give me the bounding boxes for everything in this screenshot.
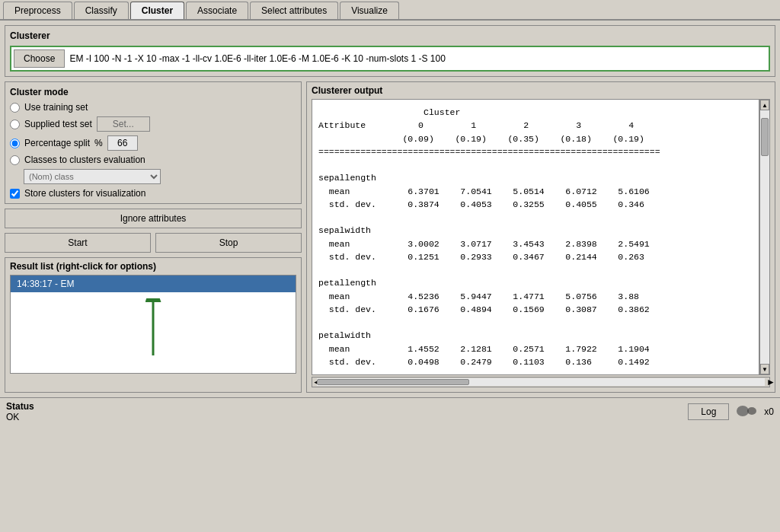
percentage-split-radio[interactable]: [10, 139, 20, 148]
hscroll-track: [317, 378, 765, 386]
tab-visualize[interactable]: Visualize: [340, 2, 399, 19]
ignore-attributes-button[interactable]: Ignore attributes: [5, 209, 302, 228]
two-col-layout: Cluster mode Use training set Supplied t…: [5, 81, 775, 393]
output-text-area: Cluster Attribute 0 1 2 3 4 (0.09) (0.19…: [312, 99, 759, 375]
x-label: x0: [764, 406, 774, 417]
tab-select-attributes[interactable]: Select attributes: [250, 2, 338, 19]
result-list-item[interactable]: 14:38:17 - EM: [11, 276, 296, 292]
left-panel: Cluster mode Use training set Supplied t…: [5, 81, 302, 393]
output-title: Clusterer output: [307, 82, 775, 99]
clusterer-title: Clusterer: [10, 30, 770, 41]
arrow-up-icon: [144, 298, 162, 359]
right-panel: Clusterer output Cluster Attribute 0 1 2…: [306, 81, 775, 393]
status-value: OK: [6, 412, 34, 422]
log-button[interactable]: Log: [688, 403, 729, 420]
clusterer-config-row: Choose: [10, 46, 770, 72]
clusterer-section: Clusterer Choose: [5, 25, 775, 77]
status-bar: Status OK Log x0: [0, 397, 780, 425]
vertical-scrollbar[interactable]: ▲ ▼: [759, 99, 770, 375]
start-stop-row: Start Stop: [5, 233, 302, 253]
x-icon: [735, 403, 758, 420]
tab-associate[interactable]: Associate: [186, 2, 248, 19]
store-clusters-label: Store clusters for visualization: [24, 188, 145, 199]
classes-to-clusters-label: Classes to clusters evaluation: [24, 155, 145, 165]
percentage-split-row: Percentage split %: [10, 135, 296, 151]
pct-input[interactable]: [107, 135, 138, 151]
scroll-down-button[interactable]: ▼: [760, 364, 769, 374]
supplied-test-set-row: Supplied test set Set...: [10, 116, 296, 132]
store-clusters-row: Store clusters for visualization: [10, 188, 296, 199]
pct-symbol: %: [94, 138, 103, 148]
hscroll-left-btn[interactable]: ◄: [312, 377, 315, 387]
set-button[interactable]: Set...: [97, 116, 150, 132]
use-training-set-label: Use training set: [24, 102, 88, 113]
result-list-section: Result list (right-click for options) 14…: [5, 257, 302, 393]
scroll-up-button[interactable]: ▲: [760, 100, 769, 110]
classes-to-clusters-radio[interactable]: [10, 155, 20, 165]
status-right: Log x0: [688, 403, 774, 420]
status-title: Status: [6, 401, 34, 412]
status-left: Status OK: [6, 401, 34, 422]
choose-button[interactable]: Choose: [14, 49, 65, 68]
nom-class-select[interactable]: (Nom) class: [24, 169, 161, 184]
output-section: Clusterer output Cluster Attribute 0 1 2…: [306, 81, 775, 393]
cluster-mode-section: Cluster mode Use training set Supplied t…: [5, 81, 302, 204]
start-button[interactable]: Start: [5, 233, 151, 253]
cluster-mode-title: Cluster mode: [10, 87, 296, 97]
use-training-set-row: Use training set: [10, 102, 296, 113]
scroll-thumb[interactable]: [761, 118, 769, 156]
scroll-track: [760, 110, 769, 364]
supplied-test-set-radio[interactable]: [10, 119, 20, 129]
worm-icon: [735, 403, 758, 419]
stop-button[interactable]: Stop: [155, 233, 302, 253]
horizontal-scrollbar[interactable]: ◄ ►: [312, 377, 770, 387]
hscroll-right-btn[interactable]: ►: [766, 377, 769, 387]
svg-point-2: [737, 406, 749, 416]
use-training-set-radio[interactable]: [10, 103, 20, 113]
tab-preprocess[interactable]: Preprocess: [3, 2, 72, 19]
output-text: Cluster Attribute 0 1 2 3 4 (0.09) (0.19…: [312, 100, 759, 374]
result-list-inner: 14:38:17 - EM: [10, 275, 296, 374]
classes-to-clusters-row: Classes to clusters evaluation: [10, 155, 296, 165]
percentage-split-label: Percentage split: [24, 138, 90, 148]
hscroll-thumb[interactable]: [317, 379, 469, 385]
main-content: Clusterer Choose Cluster mode Use traini…: [0, 21, 780, 397]
supplied-test-set-label: Supplied test set: [24, 119, 92, 129]
tab-cluster[interactable]: Cluster: [130, 2, 184, 19]
svg-point-3: [747, 407, 756, 415]
result-list-title: Result list (right-click for options): [5, 258, 301, 275]
tab-classify[interactable]: Classify: [74, 2, 129, 19]
store-clusters-checkbox[interactable]: [10, 189, 20, 199]
clusterer-config-input[interactable]: [65, 52, 766, 65]
tab-bar: Preprocess Classify Cluster Associate Se…: [0, 0, 780, 21]
